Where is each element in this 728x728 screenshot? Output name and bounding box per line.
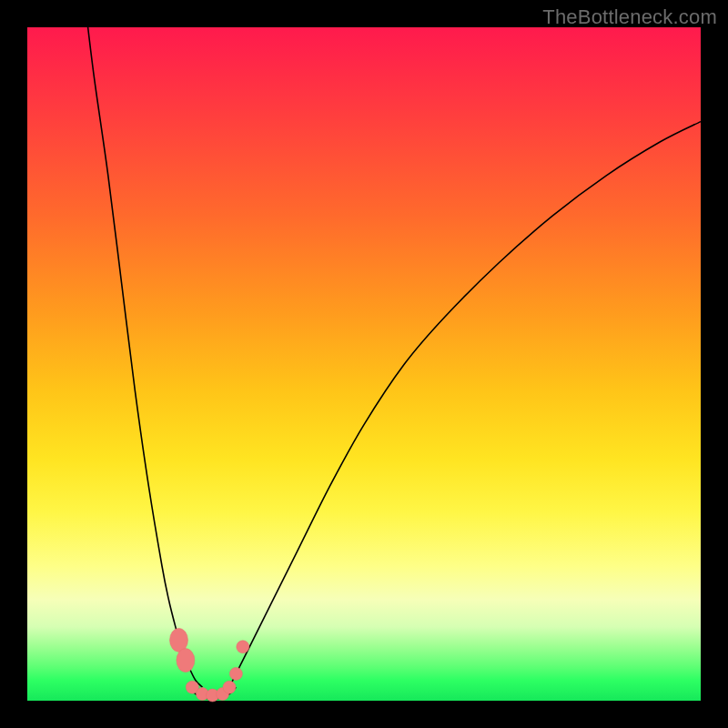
watermark-text: TheBottleneck.com <box>542 5 717 29</box>
data-marker <box>237 641 249 653</box>
chart-svg <box>27 27 701 701</box>
data-marker <box>177 649 195 672</box>
data-marker <box>229 667 242 680</box>
right-curve <box>229 122 701 688</box>
data-marker <box>223 681 236 693</box>
left-curve <box>88 27 203 687</box>
chart-frame: TheBottleneck.com <box>0 0 728 728</box>
markers-group <box>170 628 249 702</box>
plot-area <box>27 27 701 701</box>
